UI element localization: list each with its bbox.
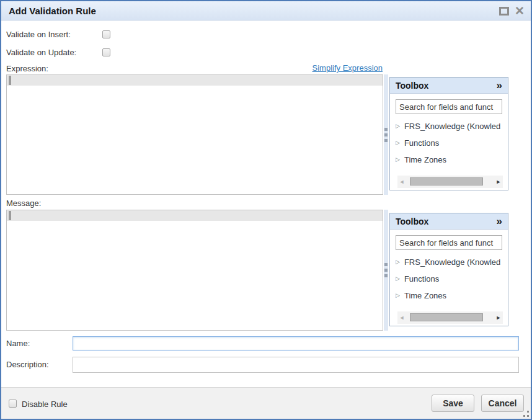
tree-item-label: Functions — [404, 274, 439, 284]
validate-on-update-checkbox[interactable] — [102, 48, 110, 56]
resize-grip-icon[interactable] — [522, 410, 530, 418]
toolbox-search-input[interactable] — [396, 99, 502, 114]
cancel-button[interactable]: Cancel — [481, 395, 524, 412]
scrollbar-thumb[interactable] — [410, 313, 483, 321]
save-button[interactable]: Save — [432, 395, 474, 412]
window-controls: ✕ — [499, 1, 525, 20]
tree-item-label: Time Zones — [404, 291, 446, 300]
tree-item-functions[interactable]: ▷ Functions — [396, 274, 502, 284]
toolbox-header: Toolbox » — [390, 213, 508, 230]
toolbox-title: Toolbox — [396, 81, 428, 91]
toolbox-horizontal-scrollbar[interactable]: ◄ ► — [397, 311, 503, 324]
toolbox-collapse-icon[interactable]: » — [497, 216, 502, 226]
validate-on-insert-label: Validate on Insert: — [6, 30, 71, 39]
tree-item-label: FRS_Knowledge (Knowled — [404, 122, 500, 131]
expand-triangle-icon[interactable]: ▷ — [396, 140, 400, 146]
name-input[interactable] — [73, 336, 519, 351]
toolbox-search-input[interactable] — [396, 235, 502, 250]
expression-splitter-handle[interactable] — [384, 74, 388, 195]
expand-triangle-icon[interactable]: ▷ — [396, 275, 400, 282]
expand-triangle-icon[interactable]: ▷ — [396, 123, 400, 129]
description-input[interactable] — [73, 357, 519, 373]
message-label: Message: — [6, 199, 41, 208]
toolbox-horizontal-scrollbar[interactable]: ◄ ► — [397, 176, 503, 188]
toolbox-body: ▷ FRS_Knowledge (Knowled ▷ Functions ▷ T… — [390, 230, 508, 300]
scroll-left-icon[interactable]: ◄ — [397, 311, 406, 324]
expand-triangle-icon[interactable]: ▷ — [396, 259, 400, 265]
tree-item-functions[interactable]: ▷ Functions — [396, 138, 502, 148]
validate-on-insert-checkbox[interactable] — [102, 30, 110, 38]
tree-item-frs-knowledge[interactable]: ▷ FRS_Knowledge (Knowled — [396, 257, 502, 267]
description-label: Description: — [6, 360, 49, 369]
expression-label: Expression: — [6, 64, 48, 73]
scroll-right-icon[interactable]: ► — [494, 176, 503, 188]
scroll-left-icon[interactable]: ◄ — [397, 176, 406, 188]
scrollbar-thumb[interactable] — [410, 177, 483, 185]
expression-toolbox-panel: Toolbox » ▷ FRS_Knowledge (Knowled ▷ Fun… — [389, 77, 508, 190]
toolbox-header: Toolbox » — [390, 78, 508, 94]
dialog-footer: Disable Rule Save Cancel — [1, 387, 531, 419]
disable-rule-label: Disable Rule — [22, 400, 68, 409]
close-icon[interactable]: ✕ — [515, 5, 525, 17]
scroll-right-icon[interactable]: ► — [494, 311, 503, 324]
name-label: Name: — [6, 339, 30, 348]
validate-on-update-label: Validate on Update: — [6, 48, 76, 57]
expression-caret — [9, 76, 11, 85]
tree-item-time-zones[interactable]: ▷ Time Zones — [396, 290, 502, 300]
message-splitter-handle[interactable] — [384, 210, 388, 331]
maximize-icon[interactable] — [499, 7, 509, 16]
tree-item-label: FRS_Knowledge (Knowled — [404, 257, 500, 267]
message-toolbox-panel: Toolbox » ▷ FRS_Knowledge (Knowled ▷ Fun… — [389, 213, 508, 326]
tree-item-frs-knowledge[interactable]: ▷ FRS_Knowledge (Knowled — [396, 121, 502, 131]
disable-rule-checkbox[interactable] — [9, 400, 17, 408]
toolbox-collapse-icon[interactable]: » — [497, 80, 502, 91]
expression-active-line — [7, 75, 383, 86]
expand-triangle-icon[interactable]: ▷ — [396, 292, 400, 298]
toolbox-title: Toolbox — [396, 217, 428, 226]
tree-item-label: Time Zones — [404, 155, 446, 164]
expression-editor[interactable] — [6, 74, 383, 195]
dialog-titlebar: Add Validation Rule ✕ — [1, 1, 531, 20]
dialog-title: Add Validation Rule — [1, 6, 96, 16]
toolbox-body: ▷ FRS_Knowledge (Knowled ▷ Functions ▷ T… — [390, 94, 508, 164]
add-validation-rule-dialog: Add Validation Rule ✕ Validate on Insert… — [0, 0, 532, 420]
simplify-expression-link[interactable]: Simplify Expression — [313, 63, 383, 73]
message-active-line — [7, 210, 383, 221]
expand-triangle-icon[interactable]: ▷ — [396, 156, 400, 163]
message-editor[interactable] — [6, 210, 383, 331]
tree-item-time-zones[interactable]: ▷ Time Zones — [396, 154, 502, 164]
tree-item-label: Functions — [404, 138, 439, 148]
message-caret — [9, 211, 11, 220]
